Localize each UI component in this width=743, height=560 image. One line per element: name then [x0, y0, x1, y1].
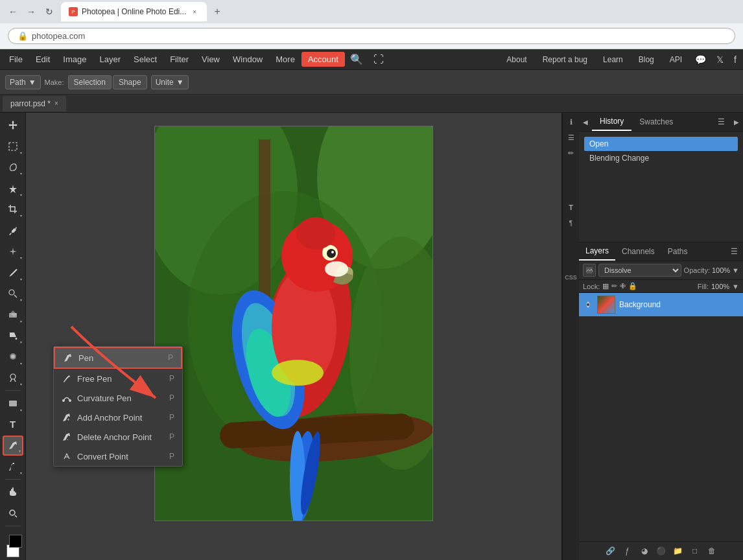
menu-window[interactable]: Window [226, 52, 269, 67]
path-select-btn[interactable]: ▾ [3, 457, 23, 476]
lock-pixels-btn[interactable]: ✏ [611, 282, 617, 290]
address-bar[interactable]: 🔒 photopea.com [8, 28, 735, 44]
opacity-value[interactable]: 100% [712, 266, 730, 274]
fill-value[interactable]: 100% [711, 283, 729, 290]
ctx-delete-anchor[interactable]: - Delete Anchor Point P [54, 427, 182, 447]
reddit-icon[interactable]: 💬 [691, 52, 710, 67]
type-icon-btn[interactable]: T [565, 201, 578, 214]
channels-tab[interactable]: Channels [615, 243, 661, 260]
doc-tab-parrot[interactable]: parrot.psd * × [3, 96, 66, 111]
svg-point-38 [587, 303, 589, 306]
zoom-btn[interactable] [3, 504, 23, 523]
layers-menu-btn[interactable]: ☰ [725, 244, 743, 259]
menu-account[interactable]: Account [301, 52, 345, 67]
link-layers-btn[interactable]: 🔗 [604, 544, 617, 557]
crop-tool-btn[interactable]: ▾ [3, 200, 23, 219]
heal-btn[interactable]: ▾ [3, 242, 23, 261]
facebook-icon[interactable]: f [730, 52, 740, 67]
opacity-arrow[interactable]: ▼ [732, 266, 739, 274]
history-tab[interactable]: History [592, 113, 631, 131]
ctx-add-anchor[interactable]: + Add Anchor Point P [54, 408, 182, 427]
history-expand-btn[interactable]: ▶ [730, 116, 743, 128]
brush-btn[interactable]: ▾ [3, 262, 23, 282]
history-collapse-btn[interactable]: ◀ [579, 116, 592, 128]
shape-btn[interactable]: Shape [113, 75, 147, 89]
menu-report[interactable]: Report a bug [536, 52, 594, 67]
history-item-open[interactable]: Open [584, 137, 738, 151]
menu-api[interactable]: API [663, 52, 689, 67]
menu-layer[interactable]: Layer [93, 52, 128, 67]
unite-dropdown[interactable]: Unite ▼ [151, 75, 189, 89]
canvas-area[interactable]: Pen P Free Pen P Curvature Pen P [26, 113, 561, 560]
type-btn[interactable]: T [3, 415, 23, 434]
fg-color-box[interactable] [9, 535, 22, 548]
selection-btn[interactable]: Selection [68, 75, 112, 89]
menu-learn[interactable]: Learn [596, 52, 630, 67]
swatches-tab[interactable]: Swatches [631, 113, 681, 130]
ctx-free-pen[interactable]: Free Pen P [54, 369, 182, 388]
history-menu-btn[interactable]: ☰ [713, 115, 730, 129]
menu-file[interactable]: File [3, 52, 29, 67]
eyedropper-btn[interactable] [3, 220, 23, 240]
search-icon[interactable]: 🔍 [345, 51, 368, 68]
pen-btn[interactable]: ▾ [3, 436, 23, 456]
menu-more[interactable]: More [269, 52, 301, 67]
adjust-icon-btn[interactable]: ☰ [565, 131, 578, 144]
lock-position-btn[interactable]: ✙ [620, 282, 626, 290]
add-mask-btn[interactable]: ◕ [638, 544, 651, 557]
new-fill-btn[interactable]: ⚫ [655, 544, 668, 557]
layer-thumbnail-icon[interactable] [583, 264, 596, 277]
menu-filter[interactable]: Filter [163, 52, 195, 67]
ctx-convert-point[interactable]: Convert Point P [54, 447, 182, 466]
menu-select[interactable]: Select [127, 52, 163, 67]
add-style-btn[interactable]: ƒ [621, 544, 634, 557]
rect-shape-btn[interactable]: ▾ [3, 393, 23, 413]
nav-refresh-btn[interactable]: ↻ [41, 4, 57, 19]
info-icon-btn[interactable]: ℹ [565, 115, 578, 128]
new-layer-btn[interactable]: □ [689, 544, 702, 557]
layer-visibility-btn[interactable] [583, 299, 593, 310]
active-tab[interactable]: P Photopea | Online Photo Edi... × [61, 2, 207, 21]
menu-view[interactable]: View [195, 52, 226, 67]
fullscreen-icon[interactable]: ⛶ [368, 51, 389, 68]
brush-icon-btn[interactable]: ✏ [565, 146, 578, 159]
new-group-btn[interactable]: 📁 [672, 544, 685, 557]
history-item-blending[interactable]: Blending Change [584, 151, 738, 165]
lock-all-btn[interactable]: 🔒 [628, 282, 637, 290]
eraser-btn[interactable]: ▾ [3, 305, 23, 324]
move-tool-btn[interactable] [3, 115, 23, 135]
fill-btn[interactable]: ▾ [3, 326, 23, 345]
doc-tab-close-btn[interactable]: × [54, 100, 58, 107]
nav-back-btn[interactable]: ← [5, 4, 21, 19]
dodge-btn[interactable]: ▾ [3, 368, 23, 388]
ctx-curvature-pen[interactable]: Curvature Pen P [54, 388, 182, 408]
ctx-free-pen-shortcut: P [169, 374, 174, 383]
lock-transparent-btn[interactable]: ▦ [602, 282, 609, 290]
hand-btn[interactable] [3, 482, 23, 502]
menu-image[interactable]: Image [56, 52, 93, 67]
ctx-pen[interactable]: Pen P [54, 347, 182, 369]
menu-blog[interactable]: Blog [632, 52, 661, 67]
history-panel-tabs: ◀ History Swatches ☰ ▶ [579, 113, 743, 132]
blend-mode-select[interactable]: Dissolve [598, 264, 681, 277]
tab-close-btn[interactable]: × [190, 7, 199, 16]
layers-tab[interactable]: Layers [579, 242, 615, 261]
twitter-icon[interactable]: 𝕏 [713, 52, 727, 67]
address-text[interactable]: photopea.com [32, 31, 85, 41]
clone-btn[interactable]: ▾ [3, 284, 23, 303]
lasso-tool-btn[interactable]: ▾ [3, 158, 23, 177]
selection-tool-btn[interactable]: ▾ [3, 136, 23, 156]
background-layer[interactable]: Background [579, 293, 743, 316]
nav-forward-btn[interactable]: → [23, 4, 39, 19]
paths-tab[interactable]: Paths [661, 243, 694, 260]
fill-arrow[interactable]: ▼ [732, 283, 739, 290]
css-icon-btn[interactable]: CSS [565, 271, 578, 284]
menu-edit[interactable]: Edit [29, 52, 56, 67]
blur-btn[interactable]: ▾ [3, 347, 23, 366]
para-icon-btn[interactable]: ¶ [565, 216, 578, 229]
path-tool-dropdown[interactable]: Path ▼ [5, 75, 41, 89]
new-tab-btn[interactable]: + [209, 4, 225, 19]
menu-about[interactable]: About [500, 52, 533, 67]
magic-wand-btn[interactable]: ▾ [3, 178, 23, 198]
delete-layer-btn[interactable]: 🗑 [705, 544, 718, 557]
